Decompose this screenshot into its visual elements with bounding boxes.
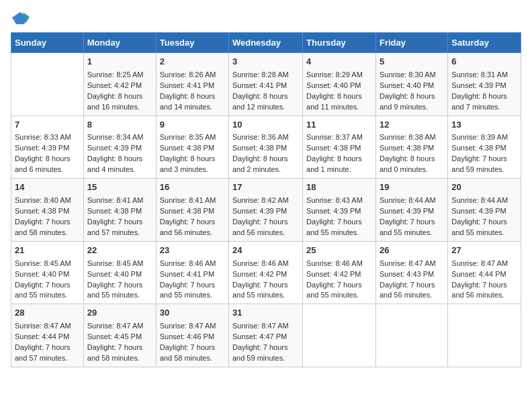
cell-content-line: Sunrise: 8:47 AM (451, 259, 517, 269)
cell-content-line: and 55 minutes. (15, 290, 80, 301)
cell-content-line: Daylight: 8 hours (160, 91, 225, 102)
day-number: 7 (15, 119, 80, 132)
calendar-cell: 19Sunrise: 8:44 AMSunset: 4:39 PMDayligh… (375, 179, 447, 242)
cell-content-line: and 2 minutes. (232, 165, 299, 175)
cell-content-line: Daylight: 8 hours (232, 154, 299, 165)
cell-content-line: Daylight: 8 hours (306, 91, 372, 102)
cell-content-line: Sunrise: 8:29 AM (306, 70, 372, 81)
cell-content-line: Daylight: 8 hours (451, 91, 517, 102)
cell-content-line: Sunset: 4:39 PM (451, 206, 517, 217)
calendar-cell: 27Sunrise: 8:47 AMSunset: 4:44 PMDayligh… (448, 241, 521, 304)
cell-content-line: Sunrise: 8:46 AM (232, 259, 299, 269)
day-header-thursday: Thursday (303, 33, 376, 53)
cell-content-line: Daylight: 7 hours (15, 217, 80, 228)
calendar-week-row: 7Sunrise: 8:33 AMSunset: 4:39 PMDaylight… (11, 116, 521, 179)
cell-content-line: Daylight: 7 hours (451, 280, 517, 291)
calendar-cell: 1Sunrise: 8:25 AMSunset: 4:42 PMDaylight… (83, 53, 156, 116)
calendar-table: SundayMondayTuesdayWednesdayThursdayFrid… (11, 32, 521, 367)
cell-content-line: and 57 minutes. (87, 228, 152, 238)
cell-content-line: Sunset: 4:47 PM (232, 332, 299, 342)
cell-content-line: Sunset: 4:39 PM (232, 206, 299, 217)
cell-content-line: Sunrise: 8:47 AM (15, 321, 80, 332)
day-number: 21 (15, 244, 80, 257)
cell-content-line: Daylight: 7 hours (232, 280, 299, 291)
day-number: 27 (451, 244, 517, 257)
calendar-cell: 16Sunrise: 8:41 AMSunset: 4:38 PMDayligh… (156, 179, 228, 242)
cell-content-line: Sunset: 4:40 PM (380, 81, 444, 91)
day-number: 25 (306, 244, 372, 257)
cell-content-line: Daylight: 8 hours (160, 154, 225, 165)
cell-content-line: Sunset: 4:38 PM (87, 206, 152, 217)
cell-content-line: and 56 minutes. (451, 290, 517, 301)
cell-content-line: Daylight: 7 hours (15, 342, 80, 353)
day-number: 16 (160, 181, 225, 194)
cell-content-line: Daylight: 8 hours (232, 91, 299, 102)
cell-content-line: Sunrise: 8:39 AM (451, 132, 517, 143)
day-header-friday: Friday (375, 33, 447, 53)
cell-content-line: Sunrise: 8:46 AM (306, 259, 372, 269)
calendar-cell: 30Sunrise: 8:47 AMSunset: 4:46 PMDayligh… (156, 304, 228, 367)
cell-content-line: and 59 minutes. (232, 353, 299, 364)
calendar-cell: 5Sunrise: 8:30 AMSunset: 4:40 PMDaylight… (375, 53, 447, 116)
calendar-week-row: 14Sunrise: 8:40 AMSunset: 4:38 PMDayligh… (11, 179, 521, 242)
day-number: 3 (232, 56, 299, 68)
cell-content-line: Daylight: 8 hours (380, 154, 444, 165)
day-number: 2 (160, 56, 225, 68)
logo (11, 11, 31, 26)
day-number: 29 (87, 307, 152, 320)
cell-content-line: and 3 minutes. (160, 165, 225, 175)
cell-content-line: Sunrise: 8:26 AM (160, 70, 225, 81)
calendar-week-row: 1Sunrise: 8:25 AMSunset: 4:42 PMDaylight… (11, 53, 521, 116)
day-number: 24 (232, 244, 299, 257)
calendar-cell: 6Sunrise: 8:31 AMSunset: 4:39 PMDaylight… (448, 53, 521, 116)
day-number: 13 (451, 119, 517, 132)
cell-content-line: Sunset: 4:38 PM (160, 206, 225, 217)
logo-icon (11, 11, 30, 26)
calendar-week-row: 28Sunrise: 8:47 AMSunset: 4:44 PMDayligh… (11, 304, 521, 367)
calendar-cell: 26Sunrise: 8:47 AMSunset: 4:43 PMDayligh… (375, 241, 447, 304)
cell-content-line: and 12 minutes. (232, 102, 299, 113)
cell-content-line: Sunset: 4:39 PM (87, 143, 152, 154)
cell-content-line: Sunset: 4:42 PM (306, 269, 372, 280)
cell-content-line: and 9 minutes. (380, 102, 444, 113)
cell-content-line: Sunset: 4:38 PM (232, 143, 299, 154)
cell-content-line: and 16 minutes. (87, 102, 152, 113)
calendar-cell: 14Sunrise: 8:40 AMSunset: 4:38 PMDayligh… (11, 179, 84, 242)
cell-content-line: Sunset: 4:43 PM (380, 269, 444, 280)
calendar-cell: 25Sunrise: 8:46 AMSunset: 4:42 PMDayligh… (303, 241, 376, 304)
cell-content-line: and 11 minutes. (306, 102, 372, 113)
cell-content-line: Daylight: 8 hours (15, 154, 80, 165)
cell-content-line: and 58 minutes. (87, 353, 152, 364)
cell-content-line: and 56 minutes. (160, 228, 225, 238)
calendar-cell: 8Sunrise: 8:34 AMSunset: 4:39 PMDaylight… (83, 116, 156, 179)
cell-content-line: Sunset: 4:38 PM (160, 143, 225, 154)
calendar-cell: 15Sunrise: 8:41 AMSunset: 4:38 PMDayligh… (83, 179, 156, 242)
cell-content-line: Sunset: 4:42 PM (232, 269, 299, 280)
cell-content-line: and 55 minutes. (87, 290, 152, 301)
day-number: 4 (306, 56, 372, 68)
cell-content-line: Sunrise: 8:43 AM (306, 195, 372, 206)
cell-content-line: Sunrise: 8:41 AM (160, 195, 225, 206)
calendar-cell: 12Sunrise: 8:38 AMSunset: 4:38 PMDayligh… (375, 116, 447, 179)
cell-content-line: and 55 minutes. (451, 228, 517, 238)
cell-content-line: Sunrise: 8:45 AM (87, 259, 152, 269)
day-number: 30 (160, 307, 225, 320)
cell-content-line: Sunset: 4:38 PM (451, 143, 517, 154)
day-number: 23 (160, 244, 225, 257)
cell-content-line: Sunrise: 8:30 AM (380, 70, 444, 81)
cell-content-line: Sunset: 4:39 PM (15, 143, 80, 154)
cell-content-line: Sunrise: 8:28 AM (232, 70, 299, 81)
calendar-cell: 18Sunrise: 8:43 AMSunset: 4:39 PMDayligh… (303, 179, 376, 242)
cell-content-line: Daylight: 7 hours (306, 280, 372, 291)
cell-content-line: Daylight: 7 hours (380, 280, 444, 291)
cell-content-line: Daylight: 8 hours (87, 154, 152, 165)
cell-content-line: Sunrise: 8:36 AM (232, 132, 299, 143)
day-number: 5 (380, 56, 444, 68)
day-header-tuesday: Tuesday (156, 33, 228, 53)
cell-content-line: and 58 minutes. (160, 353, 225, 364)
cell-content-line: and 56 minutes. (380, 290, 444, 301)
day-number: 19 (380, 181, 444, 194)
cell-content-line: Daylight: 7 hours (306, 217, 372, 228)
cell-content-line: Sunset: 4:38 PM (306, 143, 372, 154)
cell-content-line: Sunset: 4:41 PM (232, 81, 299, 91)
